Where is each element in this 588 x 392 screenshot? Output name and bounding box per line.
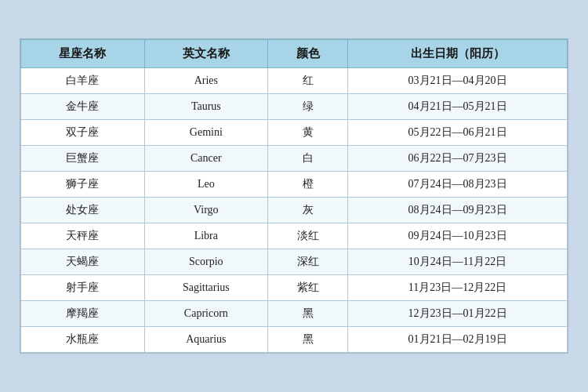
table-cell-3-3: 06月22日—07月23日	[348, 146, 568, 172]
table-cell-6-0: 天秤座	[21, 223, 145, 249]
table-header-2: 颜色	[268, 40, 348, 68]
table-cell-8-3: 11月23日—12月22日	[348, 275, 568, 301]
table-cell-8-1: Sagittarius	[144, 275, 268, 301]
table-cell-10-0: 水瓶座	[21, 327, 145, 353]
table-row: 天蝎座Scorpio深红10月24日—11月22日	[21, 249, 568, 275]
table-cell-9-3: 12月23日—01月22日	[348, 301, 568, 327]
table-cell-6-3: 09月24日—10月23日	[348, 223, 568, 249]
table-cell-3-1: Cancer	[144, 146, 268, 172]
table-cell-5-2: 灰	[268, 198, 348, 223]
table-cell-5-1: Virgo	[144, 198, 268, 223]
table-cell-4-3: 07月24日—08月23日	[348, 172, 568, 198]
table-cell-8-2: 紫红	[268, 275, 348, 301]
table-cell-4-0: 狮子座	[21, 172, 145, 198]
table-cell-3-0: 巨蟹座	[21, 146, 145, 172]
table-cell-6-1: Libra	[144, 223, 268, 249]
table-cell-8-0: 射手座	[21, 275, 145, 301]
table-body: 白羊座Aries红03月21日—04月20日金牛座Taurus绿04月21日—0…	[21, 68, 568, 353]
table-header-row: 星座名称英文名称颜色出生日期（阳历）	[21, 40, 568, 68]
table-cell-0-2: 红	[268, 68, 348, 94]
table-cell-0-3: 03月21日—04月20日	[348, 68, 568, 94]
table-cell-7-2: 深红	[268, 249, 348, 275]
table-row: 水瓶座Aquarius黑01月21日—02月19日	[21, 327, 568, 353]
table-row: 处女座Virgo灰08月24日—09月23日	[21, 198, 568, 223]
table-cell-10-2: 黑	[268, 327, 348, 353]
table-row: 摩羯座Capricorn黑12月23日—01月22日	[21, 301, 568, 327]
table-cell-9-0: 摩羯座	[21, 301, 145, 327]
table-cell-1-0: 金牛座	[21, 94, 145, 120]
table-cell-6-2: 淡红	[268, 223, 348, 249]
table-cell-5-0: 处女座	[21, 198, 145, 223]
table-cell-3-2: 白	[268, 146, 348, 172]
table-cell-7-3: 10月24日—11月22日	[348, 249, 568, 275]
table-cell-1-2: 绿	[268, 94, 348, 120]
table-header-1: 英文名称	[144, 40, 268, 68]
table-cell-0-1: Aries	[144, 68, 268, 94]
table-cell-10-1: Aquarius	[144, 327, 268, 353]
table-cell-4-1: Leo	[144, 172, 268, 198]
zodiac-table-container: 星座名称英文名称颜色出生日期（阳历） 白羊座Aries红03月21日—04月20…	[20, 38, 568, 354]
table-header-0: 星座名称	[21, 40, 145, 68]
table-cell-2-1: Gemini	[144, 120, 268, 146]
table-cell-0-0: 白羊座	[21, 68, 145, 94]
table-row: 金牛座Taurus绿04月21日—05月21日	[21, 94, 568, 120]
table-cell-1-1: Taurus	[144, 94, 268, 120]
table-cell-7-1: Scorpio	[144, 249, 268, 275]
table-cell-2-0: 双子座	[21, 120, 145, 146]
table-cell-2-3: 05月22日—06月21日	[348, 120, 568, 146]
table-cell-10-3: 01月21日—02月19日	[348, 327, 568, 353]
table-row: 白羊座Aries红03月21日—04月20日	[21, 68, 568, 94]
table-cell-7-0: 天蝎座	[21, 249, 145, 275]
table-cell-4-2: 橙	[268, 172, 348, 198]
table-row: 射手座Sagittarius紫红11月23日—12月22日	[21, 275, 568, 301]
table-cell-5-3: 08月24日—09月23日	[348, 198, 568, 223]
table-cell-9-1: Capricorn	[144, 301, 268, 327]
table-row: 狮子座Leo橙07月24日—08月23日	[21, 172, 568, 198]
table-row: 天秤座Libra淡红09月24日—10月23日	[21, 223, 568, 249]
table-cell-1-3: 04月21日—05月21日	[348, 94, 568, 120]
table-cell-2-2: 黄	[268, 120, 348, 146]
table-header-3: 出生日期（阳历）	[348, 40, 568, 68]
table-row: 双子座Gemini黄05月22日—06月21日	[21, 120, 568, 146]
zodiac-table: 星座名称英文名称颜色出生日期（阳历） 白羊座Aries红03月21日—04月20…	[20, 39, 568, 353]
table-row: 巨蟹座Cancer白06月22日—07月23日	[21, 146, 568, 172]
table-cell-9-2: 黑	[268, 301, 348, 327]
